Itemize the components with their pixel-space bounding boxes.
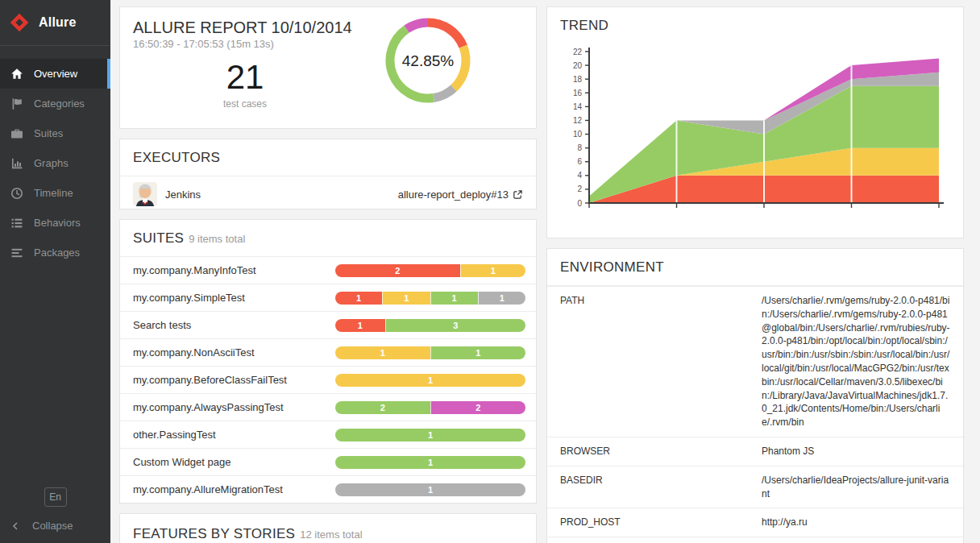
suite-bar: 21	[335, 264, 525, 277]
donut-chart: 42.85%	[384, 16, 472, 105]
suite-bar: 1	[335, 456, 525, 469]
suite-bar-segment: 1	[335, 319, 385, 332]
executor-name: Jenkins	[165, 189, 201, 201]
sidebar-item-label: Graphs	[34, 157, 69, 169]
env-row: PROD_HOSThttp://ya.ru	[547, 508, 963, 537]
svg-text:2: 2	[577, 184, 582, 193]
svg-text:18: 18	[573, 75, 583, 84]
brand: Allure	[0, 0, 110, 46]
sidebar-item-label: Timeline	[34, 187, 73, 199]
segment-count: 1	[452, 293, 457, 303]
suites-header: SUITES9 items total	[120, 220, 536, 256]
sidebar-item-graphs[interactable]: Graphs	[0, 148, 110, 178]
allure-logo-icon	[8, 11, 31, 34]
suites-subtitle: 9 items total	[189, 233, 245, 245]
collapse-label: Collapse	[32, 520, 73, 532]
suite-name: Custom Widget page	[133, 456, 335, 468]
suite-row[interactable]: my.company.AlwaysPassingTest22	[120, 393, 536, 421]
suite-row[interactable]: Search tests13	[120, 311, 536, 338]
suite-bar-segment: 1	[335, 456, 525, 469]
sidebar-item-label: Suites	[34, 127, 63, 139]
sidebar-item-overview[interactable]: Overview	[0, 59, 110, 89]
executor-build-label: allure-report_deploy#13	[398, 189, 509, 201]
svg-text:0: 0	[577, 199, 582, 208]
suite-name: my.company.BeforeClassFailTest	[133, 374, 335, 386]
suite-row[interactable]: my.company.AllureMigrationTest1	[120, 475, 536, 503]
segment-count: 1	[500, 293, 505, 303]
suite-name: my.company.NonAsciiTest	[133, 346, 335, 359]
suite-bar: 1	[335, 483, 525, 496]
home-icon	[10, 68, 23, 81]
suite-bar-segment: 2	[335, 401, 430, 414]
suite-bar: 13	[335, 319, 525, 332]
total-testcases: 21	[156, 60, 334, 94]
segment-count: 1	[380, 348, 385, 358]
suite-bar: 11	[335, 346, 525, 359]
sidebar-item-label: Categories	[34, 97, 85, 110]
env-row: my.first.urlhttp://ya.ru	[547, 537, 963, 543]
suite-name: my.company.AlwaysPassingTest	[133, 401, 335, 413]
suite-bar-segment: 1	[335, 429, 525, 441]
suite-bar-segment: 3	[385, 319, 525, 332]
suite-row[interactable]: other.PassingTest1	[120, 421, 536, 448]
suite-row[interactable]: my.company.BeforeClassFailTest1	[120, 366, 536, 393]
segment-count: 1	[428, 485, 433, 495]
suite-bar-segment: 1	[460, 264, 525, 277]
suite-bar-segment: 2	[430, 401, 526, 414]
sidebar-item-categories[interactable]: Categories	[0, 89, 110, 118]
suite-bar-segment: 2	[335, 264, 460, 277]
total-stats: 21 test cases	[156, 60, 334, 110]
svg-text:20: 20	[573, 61, 583, 70]
brand-title: Allure	[39, 15, 77, 30]
env-value: /Users/charlie/.rvm/gems/ruby-2.0.0-p481…	[762, 294, 950, 429]
segment-count: 1	[428, 458, 433, 467]
segment-count: 2	[380, 403, 385, 412]
env-name: PATH	[560, 294, 762, 429]
env-row: BASEDIR/Users/charlie/IdeaProjects/allur…	[547, 466, 963, 508]
suite-row[interactable]: Custom Widget page1	[120, 448, 536, 475]
segment-count: 1	[428, 375, 433, 385]
trend-chart: 0246810121416182022	[547, 44, 963, 230]
trend-card: TREND 0246810121416182022	[546, 6, 964, 238]
env-name: PROD_HOST	[560, 516, 762, 529]
svg-text:16: 16	[573, 89, 583, 97]
segment-count: 1	[358, 321, 363, 330]
suite-name: Search tests	[133, 319, 335, 331]
suite-bar-segment: 1	[430, 292, 478, 305]
suite-row[interactable]: my.company.SimpleTest1111	[120, 284, 536, 311]
svg-text:42.85%: 42.85%	[402, 52, 455, 69]
report-title: ALLURE REPORT 10/10/2014	[133, 19, 352, 37]
suite-bar-segment: 1	[478, 292, 525, 305]
collapse-button[interactable]: Collapse	[0, 520, 110, 532]
sidebar-item-packages[interactable]: Packages	[0, 238, 110, 267]
svg-text:6: 6	[577, 157, 582, 166]
suite-name: other.PassingTest	[133, 429, 335, 441]
sidebar-bottom: En Collapse	[0, 487, 110, 532]
trend-title: TREND	[547, 7, 963, 44]
executors-card: EXECUTORS Jenkins allure-report_deploy#1…	[119, 139, 537, 209]
suite-row[interactable]: my.company.NonAsciiTest11	[120, 338, 536, 366]
suite-bar-segment: 1	[335, 374, 525, 387]
segment-count: 1	[428, 430, 433, 440]
env-row: PATH/Users/charlie/.rvm/gems/ruby-2.0.0-…	[547, 286, 963, 437]
sidebar-item-timeline[interactable]: Timeline	[0, 178, 110, 208]
env-name: BASEDIR	[560, 474, 762, 501]
segment-count: 1	[356, 293, 361, 303]
sidebar: Allure OverviewCategoriesSuitesGraphsTim…	[0, 0, 110, 543]
executor-build-link[interactable]: allure-report_deploy#13	[398, 189, 523, 201]
suite-bar-segment: 1	[382, 292, 430, 305]
sidebar-item-label: Overview	[34, 68, 77, 80]
sidebar-item-behaviors[interactable]: Behaviors	[0, 208, 110, 238]
overview-card: ALLURE REPORT 10/10/2014 16:50:39 - 17:0…	[119, 6, 537, 129]
align-left-icon	[10, 247, 23, 259]
svg-text:10: 10	[573, 130, 583, 139]
list-icon	[10, 217, 23, 230]
suite-bar: 1111	[335, 292, 525, 305]
left-column: ALLURE REPORT 10/10/2014 16:50:39 - 17:0…	[119, 6, 537, 543]
env-row: BROWSERPhantom JS	[547, 437, 963, 466]
sidebar-item-suites[interactable]: Suites	[0, 118, 110, 148]
suite-row[interactable]: my.company.ManyInfoTest21	[120, 256, 536, 284]
env-name: BROWSER	[560, 445, 762, 458]
total-testcases-label: test cases	[156, 98, 334, 110]
language-button[interactable]: En	[44, 487, 67, 507]
